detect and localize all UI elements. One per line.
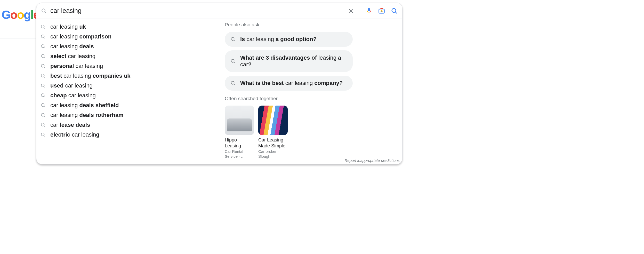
search-dropdown: car leasing ukcar leasing comparisoncar …	[36, 3, 403, 164]
svg-point-23	[41, 94, 44, 97]
suggestion-item[interactable]: car leasing deals sheffield	[41, 100, 225, 110]
search-icon	[41, 34, 46, 39]
suggestion-item[interactable]: personal car leasing	[41, 61, 225, 71]
suggestion-item[interactable]: car leasing deals rotherham	[41, 110, 225, 120]
right-panel: People also ask Is car leasing a good op…	[225, 22, 359, 159]
suggestion-text: best car leasing companies uk	[50, 73, 131, 79]
often-searched-list: Hippo LeasingCar Rental Service · …Car L…	[225, 106, 353, 159]
image-search-icon[interactable]	[378, 7, 385, 14]
svg-point-9	[41, 25, 44, 28]
search-icon	[41, 113, 46, 118]
svg-point-21	[41, 84, 44, 87]
svg-line-28	[44, 116, 45, 117]
search-icon	[41, 8, 47, 14]
voice-search-icon[interactable]	[366, 7, 372, 14]
svg-line-16	[44, 57, 45, 58]
search-icon	[41, 132, 46, 137]
suggestion-item[interactable]: select car leasing	[41, 51, 225, 61]
clear-icon[interactable]	[348, 8, 354, 14]
svg-line-22	[44, 86, 45, 88]
suggestion-item[interactable]: used car leasing	[41, 81, 225, 91]
search-icon	[230, 37, 236, 42]
search-actions	[348, 7, 398, 15]
search-input[interactable]	[50, 7, 348, 14]
svg-point-17	[41, 64, 44, 67]
suggestion-text: car leasing deals rotherham	[50, 112, 124, 118]
svg-line-14	[44, 47, 45, 49]
suggestion-text: electric car leasing	[50, 131, 99, 138]
search-icon	[41, 64, 46, 69]
ost-title: Hippo Leasing	[225, 137, 254, 149]
svg-point-19	[41, 74, 44, 77]
google-logo[interactable]: Google	[2, 8, 39, 22]
svg-point-15	[41, 54, 44, 58]
svg-line-24	[44, 96, 45, 98]
suggestion-item[interactable]: car leasing comparison	[41, 32, 225, 42]
suggestion-text: car leasing deals sheffield	[50, 102, 119, 109]
search-icon	[41, 93, 46, 98]
suggestion-text: car lease deals	[50, 122, 90, 128]
search-icon	[230, 81, 236, 86]
suggestions-list: car leasing ukcar leasing comparisoncar …	[36, 22, 225, 159]
ost-subtitle: Car Rental Service · …	[225, 149, 254, 159]
suggestion-item[interactable]: car leasing deals	[41, 42, 225, 51]
people-also-ask-item[interactable]: What is the best car leasing company?	[225, 76, 353, 91]
search-icon	[41, 54, 46, 59]
svg-point-27	[41, 113, 44, 116]
svg-line-32	[44, 136, 45, 137]
svg-point-37	[231, 81, 234, 84]
search-icon	[41, 103, 46, 108]
suggestion-item[interactable]: best car leasing companies uk	[41, 71, 225, 81]
svg-line-38	[234, 84, 235, 85]
svg-point-6	[381, 11, 382, 11]
svg-line-8	[395, 12, 397, 13]
suggestion-text: select car leasing	[50, 53, 95, 60]
svg-line-1	[45, 12, 46, 13]
search-icon	[41, 73, 46, 78]
svg-line-10	[44, 28, 45, 29]
search-icon	[41, 83, 46, 88]
svg-line-20	[44, 77, 45, 78]
people-also-ask-heading: People also ask	[225, 22, 353, 28]
svg-line-30	[44, 126, 45, 127]
svg-point-31	[41, 133, 44, 136]
ost-title: Car Leasing Made Simple	[258, 137, 288, 149]
svg-line-34	[234, 40, 235, 41]
page-divider	[0, 38, 36, 38]
suggestion-text: used car leasing	[50, 82, 93, 89]
thumbnail	[258, 106, 288, 135]
svg-point-7	[392, 8, 396, 12]
people-also-ask-item[interactable]: What are 3 disadvantages of leasing a ca…	[225, 50, 353, 72]
search-icon	[230, 59, 236, 64]
ost-subtitle: Car broker · Slough	[258, 149, 288, 159]
paa-text: What are 3 disadvantages of leasing a ca…	[240, 54, 347, 68]
search-icon	[41, 24, 46, 29]
suggestion-item[interactable]: electric car leasing	[41, 130, 225, 140]
often-searched-item[interactable]: Car Leasing Made SimpleCar broker · Slou…	[258, 106, 288, 159]
report-predictions-link[interactable]: Report inappropriate predictions	[345, 158, 400, 163]
svg-line-26	[44, 106, 45, 107]
svg-point-33	[231, 37, 234, 41]
svg-point-25	[41, 104, 44, 107]
search-icon	[41, 44, 46, 49]
people-also-ask-item[interactable]: Is car leasing a good option?	[225, 32, 353, 47]
suggestion-text: car leasing uk	[50, 23, 86, 30]
search-bar	[36, 3, 402, 19]
dropdown-body: car leasing ukcar leasing comparisoncar …	[36, 19, 402, 159]
suggestion-item[interactable]: car lease deals	[41, 120, 225, 130]
paa-text: What is the best car leasing company?	[240, 80, 343, 86]
svg-line-36	[234, 62, 235, 63]
often-searched-heading: Often searched together	[225, 96, 353, 101]
search-icon	[41, 122, 46, 128]
svg-point-35	[231, 59, 234, 62]
svg-line-12	[44, 37, 45, 39]
svg-line-18	[44, 67, 45, 68]
paa-text: Is car leasing a good option?	[240, 36, 317, 43]
suggestion-item[interactable]: car leasing uk	[41, 22, 225, 32]
svg-point-11	[41, 35, 44, 38]
search-button-icon[interactable]	[391, 7, 398, 14]
suggestion-text: car leasing deals	[50, 43, 94, 50]
people-also-ask-list: Is car leasing a good option?What are 3 …	[225, 32, 353, 91]
suggestion-item[interactable]: cheap car leasing	[41, 91, 225, 100]
often-searched-item[interactable]: Hippo LeasingCar Rental Service · …	[225, 106, 254, 159]
